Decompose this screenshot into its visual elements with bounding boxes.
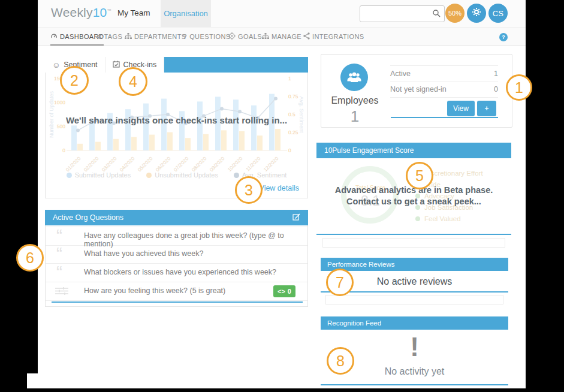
target-icon — [228, 32, 236, 41]
legend-dot-icon — [67, 173, 72, 178]
chart-legend-item: Unsubmitted Updates — [146, 171, 218, 179]
callout-6: 6 — [16, 244, 44, 272]
callout-3: 3 — [235, 176, 263, 204]
svg-text:08/2020: 08/2020 — [191, 155, 208, 173]
callout-7: 7 — [326, 269, 354, 296]
quote-icon: “ — [56, 225, 62, 246]
panel-underline — [391, 117, 498, 118]
question-row: “ What blockers or issues have you exper… — [46, 263, 307, 282]
panel-underline — [52, 301, 303, 303]
employees-count: 1 — [321, 107, 388, 126]
chart-empty-message: We'll share insights once check-ins star… — [46, 115, 307, 125]
callout-2: 2 — [60, 66, 89, 95]
pulse-header: 10Pulse Engagement Score — [316, 143, 511, 158]
app-window: Weekly10™ My Team Organisation 50% CS DA… — [38, 0, 526, 388]
smiley-icon: ☺ — [52, 61, 60, 70]
add-employee-button[interactable]: + — [477, 101, 496, 116]
svg-text:02/2020: 02/2020 — [83, 155, 100, 173]
frame-bottom — [0, 388, 564, 392]
edit-icon[interactable] — [292, 213, 300, 222]
search-icon[interactable] — [432, 9, 441, 20]
profile-progress-badge[interactable]: 50% — [445, 4, 465, 23]
recognition-header: Recognition Feed — [321, 316, 508, 330]
employees-row-not-signed-in: Not yet signed-in 0 — [390, 82, 498, 98]
nav-questions[interactable]: ? QUESTIONS — [183, 32, 231, 41]
quote-icon: “ — [56, 243, 62, 264]
gear-icon — [472, 7, 481, 19]
dashboard-gauge-icon — [50, 32, 58, 41]
svg-text:06/2020: 06/2020 — [155, 155, 172, 173]
nav-tags[interactable]: # TAGS — [98, 32, 122, 41]
nav-manage[interactable]: MANAGE — [262, 32, 301, 41]
svg-text:10/2020: 10/2020 — [227, 155, 244, 173]
callout-8: 8 — [327, 347, 354, 375]
view-details-link[interactable]: View details — [260, 184, 299, 192]
panel-underline — [321, 384, 508, 385]
view-employees-button[interactable]: View — [447, 101, 475, 116]
response-count-badge[interactable]: <> 0 — [273, 285, 295, 297]
employees-icon — [340, 64, 368, 91]
callout-5: 5 — [406, 162, 433, 189]
legend-dot-icon — [234, 173, 239, 178]
svg-text:12/2020: 12/2020 — [263, 155, 280, 173]
questions-header: Active Org Questions — [45, 210, 308, 225]
svg-text:0: 0 — [62, 147, 65, 153]
tab-my-team[interactable]: My Team — [117, 8, 150, 17]
pulse-panel: 10Pulse Engagement Score Total Score 8.1… — [316, 143, 511, 235]
legend-dot-icon — [146, 173, 152, 178]
nav-integrations[interactable]: INTEGRATIONS — [303, 32, 364, 41]
svg-text:09/2020: 09/2020 — [209, 155, 226, 173]
page: Weekly10™ My Team Organisation 50% CS DA… — [0, 0, 564, 392]
employees-panel: Employees 1 Active 1 Not yet signed-in 0… — [321, 54, 512, 128]
app-logo: Weekly10™ — [51, 5, 111, 20]
user-avatar[interactable]: CS — [488, 4, 508, 23]
question-row: How are you feeling this week? (5 is gre… — [46, 282, 307, 301]
svg-text:0.25: 0.25 — [288, 129, 298, 135]
nav-bar: DASHBOARD # TAGS DEPARTMENTS ? QUESTIONS… — [38, 28, 526, 46]
calendar-check-icon — [113, 61, 120, 70]
question-row: “ What have you achieved this week? — [46, 245, 307, 264]
reviews-footer-strip — [325, 295, 503, 304]
nav-departments[interactable]: DEPARTMENTS — [125, 32, 186, 41]
svg-text:05/2020: 05/2020 — [137, 155, 154, 173]
svg-text:07/2020: 07/2020 — [173, 155, 190, 173]
chart-legend-item: Submitted Updates — [67, 171, 131, 179]
question-row: “ Have any colleagues done a great job t… — [46, 226, 307, 246]
frame-left — [0, 0, 38, 373]
tab-organisation[interactable]: Organisation — [161, 0, 211, 27]
panel-underline — [316, 234, 511, 235]
nav-dashboard[interactable]: DASHBOARD — [50, 32, 104, 41]
nav-goals[interactable]: GOALS — [228, 32, 262, 41]
manage-sitemap-icon — [262, 33, 269, 41]
svg-text:1000: 1000 — [54, 99, 65, 105]
svg-text:03/2020: 03/2020 — [101, 155, 118, 173]
help-icon[interactable]: ? — [499, 33, 508, 41]
pulse-legend-item: Feel Valued — [415, 215, 483, 223]
settings-button[interactable] — [467, 4, 486, 23]
pulse-footer-strip — [322, 238, 505, 248]
top-bar: Weekly10™ My Team Organisation 50% CS — [38, 0, 526, 28]
question-icon: ? — [183, 33, 187, 40]
chart-legend: Submitted UpdatesUnsubmitted UpdatesAvg.… — [46, 171, 307, 179]
questions-panel: Active Org Questions “ Have any colleagu… — [45, 210, 308, 307]
svg-text:Number of Updates: Number of Updates — [49, 91, 55, 138]
employees-title: Employees — [321, 95, 388, 106]
legend-dot-icon — [415, 216, 420, 221]
callout-4: 4 — [119, 67, 147, 96]
sliders-icon — [55, 287, 68, 298]
callout-1: 1 — [506, 74, 532, 101]
reviews-header: Performance Reviews — [321, 258, 508, 271]
svg-text:1: 1 — [288, 76, 291, 82]
code-icon: <> — [278, 288, 285, 295]
employees-row-active: Active 1 — [390, 65, 498, 82]
hash-icon: # — [98, 33, 102, 40]
share-icon — [303, 32, 310, 41]
svg-text:0: 0 — [288, 147, 291, 153]
svg-text:11/2020: 11/2020 — [245, 155, 262, 173]
search-input[interactable] — [363, 7, 431, 21]
sitemap-icon — [125, 33, 132, 41]
svg-text:0.75: 0.75 — [288, 94, 298, 99]
frame-right — [526, 0, 564, 392]
search-box — [360, 5, 445, 22]
quote-icon: “ — [56, 262, 62, 282]
